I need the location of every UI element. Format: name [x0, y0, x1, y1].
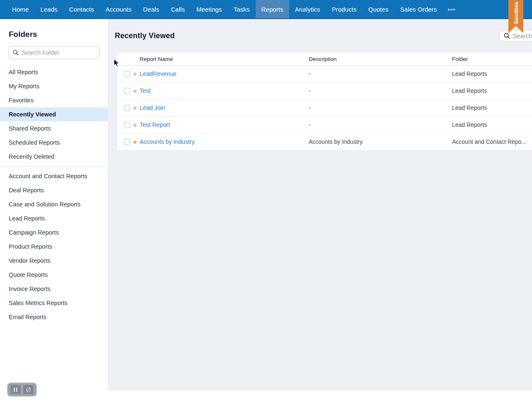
sidebar-item-all-reports[interactable]: All Reports — [0, 65, 108, 79]
nav-item-accounts[interactable]: Accounts — [100, 0, 138, 18]
nav-item-tasks[interactable]: Tasks — [228, 0, 256, 18]
nav-item-quotes[interactable]: Quotes — [363, 0, 394, 18]
nav-item-products[interactable]: Products — [326, 0, 363, 18]
more-menu-button[interactable]: ••• — [443, 0, 461, 18]
sidebar-item-shared-reports[interactable]: Shared Reports — [0, 121, 108, 136]
sidebar-item-product-reports[interactable]: Product Reports — [0, 240, 108, 254]
sidebar-item-account-and-contact-reports[interactable]: Account and Contact Reports — [0, 169, 108, 183]
ellipsis-icon: ••• — [447, 6, 456, 12]
nav-item-leads[interactable]: Leads — [34, 0, 63, 18]
table-row: ★ LeadRevenue - Lead Reports — [117, 65, 532, 82]
sidebar-item-sales-metrics-reports[interactable]: Sales Metrics Reports — [0, 296, 108, 310]
favorite-star-icon[interactable]: ★ — [132, 139, 138, 145]
report-description: Accounts by Industry — [309, 138, 452, 145]
sandbox-ribbon-label: Sandbox — [513, 2, 519, 24]
table-row: ★ Test - Lead Reports — [117, 82, 532, 99]
report-name-link[interactable]: Accounts by Industry — [140, 138, 195, 145]
sidebar-item-scheduled-reports[interactable]: Scheduled Reports — [0, 136, 108, 150]
sidebar-group-module: Account and Contact ReportsDeal ReportsC… — [0, 169, 108, 324]
sidebar-item-recently-deleted[interactable]: Recently Deleted — [0, 150, 108, 164]
sidebar-item-lead-reports[interactable]: Lead Reports — [0, 211, 108, 225]
nav-item-contacts[interactable]: Contacts — [63, 0, 100, 18]
folder-search-box[interactable] — [8, 46, 99, 59]
sidebar-item-recently-viewed[interactable]: Recently Viewed — [0, 107, 108, 121]
nav-item-home[interactable]: Home — [6, 0, 34, 18]
sidebar-item-my-reports[interactable]: My Reports — [0, 79, 108, 93]
favorite-star-icon[interactable]: ★ — [132, 71, 138, 77]
report-description: - — [309, 87, 452, 94]
column-header-description[interactable]: Description — [309, 56, 452, 62]
report-folder: Lead Reports — [452, 121, 532, 128]
folders-sidebar: Folders All ReportsMy ReportsFavoritesRe… — [0, 19, 108, 402]
row-checkbox[interactable] — [124, 122, 130, 128]
column-header-folder[interactable]: Folder — [452, 56, 532, 62]
sidebar-item-quote-reports[interactable]: Quote Reports — [0, 268, 108, 282]
row-checkbox[interactable] — [124, 71, 130, 77]
table-body: ★ LeadRevenue - Lead Reports ★ Test - Le… — [117, 65, 532, 150]
report-name-link[interactable]: Test — [140, 87, 150, 94]
mic-mute-button[interactable] — [23, 385, 34, 395]
report-search-box[interactable] — [499, 30, 532, 42]
favorite-star-icon[interactable]: ★ — [132, 105, 138, 111]
sidebar-item-favorites[interactable]: Favorites — [0, 93, 108, 107]
top-nav: HomeLeadsContactsAccountsDealsCallsMeeti… — [0, 0, 532, 19]
report-folder: Lead Reports — [452, 104, 532, 111]
report-name-link[interactable]: Lead Join — [140, 104, 165, 111]
nav-item-reports[interactable]: Reports — [256, 0, 289, 18]
favorite-star-icon[interactable]: ★ — [132, 88, 138, 94]
row-checkbox[interactable] — [124, 88, 130, 94]
nav-item-sales-orders[interactable]: Sales Orders — [394, 0, 443, 18]
sidebar-group-standard: All ReportsMy ReportsFavoritesRecently V… — [0, 65, 108, 164]
report-search-input[interactable] — [513, 33, 532, 39]
sidebar-divider — [0, 166, 108, 167]
column-header-report-name[interactable]: Report Name — [140, 56, 309, 62]
table-row: ★ Test Report - Lead Reports — [117, 116, 532, 133]
table-row: ★ Lead Join - Lead Reports — [117, 99, 532, 116]
sidebar-item-campaign-reports[interactable]: Campaign Reports — [0, 225, 108, 240]
report-folder: Lead Reports — [452, 70, 532, 77]
report-name-link[interactable]: Test Report — [140, 121, 170, 128]
report-description: - — [309, 104, 452, 111]
folder-search-input[interactable] — [22, 49, 95, 56]
report-folder: Lead Reports — [452, 87, 532, 94]
page-title: Recently Viewed — [115, 31, 175, 40]
search-icon — [13, 50, 19, 56]
pause-icon — [14, 387, 15, 392]
nav-item-calls[interactable]: Calls — [165, 0, 191, 18]
pause-button[interactable] — [10, 385, 21, 395]
nav-item-analytics[interactable]: Analytics — [289, 0, 326, 18]
main-content: Recently Viewed Report Name Description … — [108, 19, 532, 391]
report-description: - — [309, 70, 452, 77]
recorder-overlay — [7, 383, 37, 397]
row-checkbox[interactable] — [124, 105, 130, 111]
nav-item-deals[interactable]: Deals — [137, 0, 165, 18]
report-folder: Account and Contact Repo... — [452, 138, 532, 145]
mic-muted-icon — [25, 387, 31, 393]
top-nav-items: HomeLeadsContactsAccountsDealsCallsMeeti… — [6, 0, 443, 18]
sidebar-item-invoice-reports[interactable]: Invoice Reports — [0, 282, 108, 296]
row-checkbox[interactable] — [124, 139, 130, 145]
sidebar-item-email-reports[interactable]: Email Reports — [0, 310, 108, 324]
nav-item-meetings[interactable]: Meetings — [191, 0, 228, 18]
sidebar-item-vendor-reports[interactable]: Vendor Reports — [0, 254, 108, 268]
sidebar-item-case-and-solution-reports[interactable]: Case and Solution Reports — [0, 197, 108, 211]
sidebar-item-deal-reports[interactable]: Deal Reports — [0, 183, 108, 197]
search-icon — [504, 33, 510, 39]
report-description: - — [309, 121, 452, 128]
report-name-link[interactable]: LeadRevenue — [140, 70, 177, 77]
reports-table: Report Name Description Folder ★ LeadRev… — [117, 53, 532, 150]
table-row: ★ Accounts by Industry Accounts by Indus… — [117, 133, 532, 150]
sidebar-title: Folders — [0, 19, 108, 39]
favorite-star-icon[interactable]: ★ — [132, 122, 138, 128]
table-header-row: Report Name Description Folder — [117, 53, 532, 65]
